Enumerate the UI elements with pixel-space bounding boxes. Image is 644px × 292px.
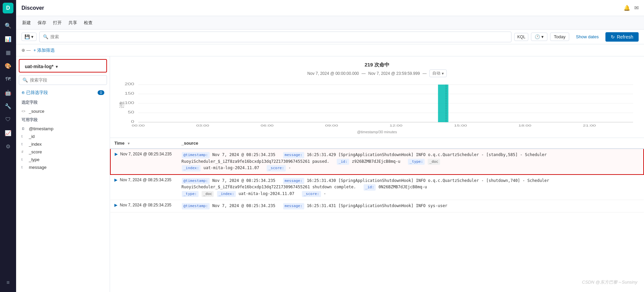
field-timestamp[interactable]: 🗓 @timestamp (16, 125, 110, 133)
field-score[interactable]: # _score (16, 148, 110, 156)
index-selector-arrow: ▾ (56, 64, 58, 69)
save-button[interactable]: 保存 (37, 18, 47, 27)
search-fields-input[interactable] (30, 78, 103, 83)
add-filter-button[interactable]: + 添加筛选 (34, 47, 55, 53)
nav-collapse[interactable]: ≡ (2, 277, 14, 289)
available-fields2-label: 可用字段 (16, 115, 110, 125)
mail-icon[interactable]: ✉ (634, 5, 639, 11)
nav-stack[interactable]: 🛡 (2, 113, 14, 126)
svg-text:50: 50 (128, 110, 134, 114)
nav-visualize[interactable]: 📊 (2, 33, 14, 45)
time-range-display[interactable]: Today (550, 33, 569, 41)
field-index[interactable]: t _index (16, 140, 110, 148)
row-expand-button[interactable]: ▶ (114, 203, 117, 207)
open-button[interactable]: 打开 (52, 18, 62, 27)
refresh-button[interactable]: ↻ Refresh (605, 32, 639, 42)
col-header-source[interactable]: _source (177, 138, 644, 149)
nav-manage[interactable]: ⚙ (2, 140, 14, 152)
index-selector[interactable]: uat-mita-log* ▾ (19, 59, 107, 72)
tag-score: _score: (302, 191, 321, 197)
search-icon: 🔍 (43, 34, 48, 39)
tag-message: message: (283, 203, 304, 209)
tag-score: _score: (267, 165, 285, 172)
nav-ml[interactable]: 🤖 (2, 87, 14, 99)
svg-text:12:00: 12:00 (389, 124, 402, 127)
index-pattern-button[interactable]: 💾 ▾ (21, 33, 37, 41)
time-range-start: Nov 7, 2024 @ 00:00:00.000 (307, 71, 359, 76)
chart-subtitle: Nov 7, 2024 @ 00:00:00.000 — Nov 7, 2024… (118, 69, 636, 77)
svg-text:09:00: 09:00 (325, 124, 338, 127)
row-expand-button[interactable]: ▶ (114, 178, 117, 182)
index-name-label: uat-mita-log* (25, 64, 54, 69)
inspect-button[interactable]: 检查 (83, 18, 93, 27)
tag-id: _id: (364, 184, 376, 191)
selected-fields-section[interactable]: ⊕ 已筛选字段 0 (16, 88, 110, 98)
time-range-chevron: ▾ (541, 34, 544, 39)
field-type-icon: <> (21, 109, 27, 113)
row-source: @timestamp: Nov 7, 2024 @ 08:25:34.235 m… (177, 149, 644, 175)
nav-discover[interactable]: 🔍 (2, 19, 14, 32)
share-button[interactable]: 共享 (68, 18, 78, 27)
time-picker[interactable]: 🕐 ▾ (531, 33, 547, 41)
tag-doc: _doc (428, 159, 440, 165)
table-row: ▶ Nov 7, 2024 @ 08:25:34.235 @timestamp:… (110, 175, 644, 200)
row-time: ▶ Nov 7, 2024 @ 08:25:34.235 (110, 200, 177, 212)
kql-button[interactable]: KQL (514, 33, 528, 41)
filter-count-badge: 0 (98, 90, 104, 95)
row-expand-button[interactable]: ▶ (115, 152, 118, 156)
tag-type: _type: (182, 191, 199, 197)
nav-monitoring[interactable]: 📈 (2, 127, 14, 139)
app-logo: D (3, 3, 13, 13)
refresh-icon: ↻ (611, 34, 615, 40)
nav-dashboard[interactable]: ▦ (2, 46, 14, 58)
svg-text:150: 150 (124, 92, 134, 95)
results-area[interactable]: Time ▼ _source ▶ Nov 7, 2024 @ 08:25:34.… (110, 138, 644, 292)
new-button[interactable]: 新建 (21, 18, 32, 27)
table-row: ▶ Nov 7, 2024 @ 08:25:34.235 @timestamp:… (110, 149, 644, 175)
field-type-item[interactable]: t _type (16, 156, 110, 163)
refresh-label: Refresh (617, 34, 633, 40)
table-row: ▶ Nov 7, 2024 @ 08:25:34.235 @timestamp:… (110, 200, 644, 212)
filter-bar: ⊕ — + 添加筛选 (16, 44, 644, 56)
tag-type: _type: (408, 159, 425, 165)
chart-x-label: @timestamp/30 minutes (118, 130, 636, 134)
col-header-time[interactable]: Time ▼ (110, 138, 177, 149)
field-message[interactable]: t message (16, 163, 110, 171)
time-range-label: Today (554, 34, 566, 39)
tag-timestamp: @timestamp: (182, 178, 210, 184)
field-name: _type (29, 157, 40, 162)
show-dates-button[interactable]: Show dates (572, 33, 603, 41)
nav-maps[interactable]: 🗺 (2, 73, 14, 85)
content-area: uat-mita-log* ▾ 🔍 ⊕ 已筛选字段 0 选定字段 <> _sou… (16, 56, 644, 292)
svg-text:0: 0 (131, 120, 134, 124)
chart-container: 200 150 100 50 0 计数 (118, 81, 636, 135)
main-container: Discover 🔔 ✉ 新建 保存 打开 共享 检查 💾 ▾ 🔍 KQL 🕐 … (16, 0, 644, 292)
tag-timestamp: @timestamp: (182, 152, 210, 158)
tag-timestamp: @timestamp: (182, 203, 210, 209)
nav-devtools[interactable]: 🔧 (2, 100, 14, 112)
page-title: Discover (21, 5, 621, 11)
top-bar-icons: 🔔 ✉ (624, 5, 639, 11)
row-time: ▶ Nov 7, 2024 @ 08:25:34.235 (110, 175, 177, 200)
field-type-icon: t (21, 142, 27, 146)
histogram-chart: 200 150 100 50 0 计数 (118, 81, 636, 128)
field-type-icon: 🗓 (21, 127, 27, 131)
field-source[interactable]: <> _source (16, 107, 110, 115)
field-name: message (29, 165, 47, 170)
svg-text:06:00: 06:00 (261, 124, 274, 127)
auto-interval-button[interactable]: 自动 ▾ (429, 69, 447, 77)
svg-text:100: 100 (124, 101, 134, 105)
chart-title: 219 次命中 (118, 62, 636, 68)
field-name: _score (29, 149, 42, 154)
nav-canvas[interactable]: 🎨 (2, 60, 14, 72)
notification-icon[interactable]: 🔔 (624, 5, 630, 11)
tag-doc: _doc (202, 191, 214, 197)
svg-text:计数: 计数 (118, 101, 125, 108)
field-id[interactable]: t _id (16, 133, 110, 140)
search-input[interactable] (50, 34, 508, 39)
top-bar: Discover 🔔 ✉ (16, 0, 644, 16)
tag-index: _index: (217, 191, 236, 197)
filter-options-button[interactable]: ⊕ — (21, 48, 31, 53)
results-table: Time ▼ _source ▶ Nov 7, 2024 @ 08:25:34.… (110, 138, 644, 212)
search-fields-icon: 🔍 (22, 78, 28, 83)
